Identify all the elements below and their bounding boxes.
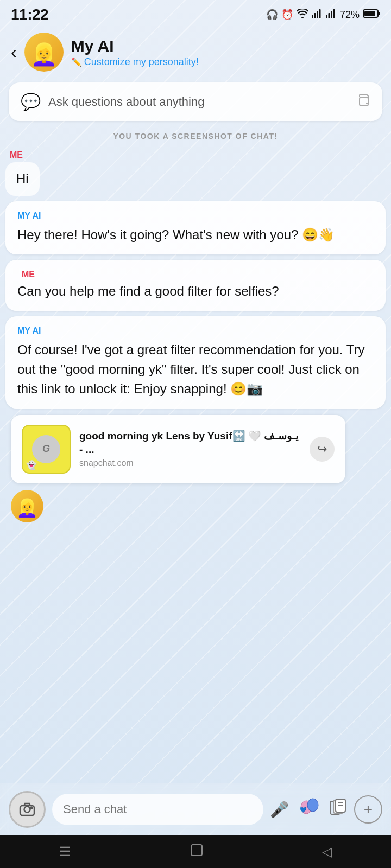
svg-rect-4 (326, 15, 327, 18)
svg-rect-6 (331, 11, 332, 18)
signal1-icon (312, 9, 323, 21)
message-ai-2: MY AI Of course! I've got a great filter… (5, 316, 386, 409)
svg-point-16 (307, 799, 318, 812)
status-time: 11:22 (11, 6, 48, 23)
svg-rect-7 (333, 9, 335, 18)
me-label-1: ME (10, 150, 23, 160)
nav-back-button[interactable]: ◁ (322, 844, 332, 859)
copy-icon[interactable] (355, 93, 370, 111)
bottom-bar: 🎤 💙 + (0, 783, 391, 835)
suggestion-card[interactable]: 💬 Ask questions about anything (9, 82, 382, 121)
link-domain: snapchat.com (79, 458, 301, 468)
link-card[interactable]: G 👻 good morning yk Lens by Yusif🔛 🤍 یـو… (11, 415, 345, 483)
ai-mini-avatar: 👱‍♀️ (11, 490, 43, 522)
chat-input[interactable] (52, 794, 263, 825)
sticker-button[interactable]: 💙 (295, 794, 321, 825)
ai-name: My AI (71, 37, 380, 55)
header: ‹ 👱‍♀️ My AI ✏️ Customize my personality… (0, 27, 391, 79)
snapchat-ghost-icon: 👻 (26, 460, 37, 470)
status-bar: 11:22 🎧 ⏰ (0, 0, 391, 27)
avatar-emoji: 👱‍♀️ (30, 42, 58, 67)
svg-text:💙: 💙 (300, 806, 307, 813)
svg-rect-10 (364, 11, 375, 16)
me-text-2: Can you help me find a good filter for s… (17, 282, 374, 301)
svg-rect-23 (191, 845, 202, 856)
svg-rect-11 (360, 97, 368, 106)
header-info: My AI ✏️ Customize my personality! (71, 37, 380, 68)
svg-rect-0 (312, 15, 313, 18)
nav-menu-button[interactable]: ☰ (59, 844, 71, 859)
link-info: good morning yk Lens by Yusif🔛 🤍 یـوسـف … (79, 430, 301, 468)
back-button[interactable]: ‹ (11, 42, 17, 62)
battery-percent: 72% (340, 9, 360, 21)
chat-area: ME Hi MY AI Hey there! How's it going? W… (0, 148, 391, 593)
share-button[interactable]: ↪ (310, 437, 335, 462)
plus-icon: + (364, 801, 373, 818)
customize-label: Customize my personality! (84, 56, 199, 68)
battery-icon (363, 9, 380, 21)
card-button[interactable] (328, 798, 348, 821)
ai-avatar-bottom: 👱‍♀️ (5, 488, 386, 525)
lens-letter: G (32, 435, 60, 463)
lens-thumbnail: G 👻 (22, 425, 71, 474)
svg-rect-5 (328, 13, 330, 18)
ai-mini-avatar-emoji: 👱‍♀️ (16, 497, 38, 518)
ai-text-2: Of course! I've got a great filter recom… (17, 340, 374, 399)
svg-rect-3 (319, 9, 320, 18)
me-label-2: ME (22, 270, 374, 279)
suggestion-left: 💬 Ask questions about anything (21, 92, 204, 111)
svg-rect-9 (378, 12, 380, 15)
add-button[interactable]: + (354, 795, 382, 824)
status-icons: 🎧 ⏰ (266, 9, 380, 21)
camera-button[interactable] (9, 791, 46, 828)
avatar: 👱‍♀️ (24, 33, 64, 72)
chat-bubble-icon: 💬 (21, 92, 41, 111)
customize-subtitle[interactable]: ✏️ Customize my personality! (71, 56, 380, 68)
nav-bar: ☰ ◁ (0, 835, 391, 868)
message-me-hi: ME Hi (5, 150, 386, 196)
message-ai-1: MY AI Hey there! How's it going? What's … (5, 201, 386, 254)
link-title: good morning yk Lens by Yusif🔛 🤍 یـوسـف … (79, 430, 301, 456)
ai-label-2: MY AI (17, 326, 374, 336)
screenshot-notice: YOU TOOK A SCREENSHOT OF CHAT! (0, 124, 391, 148)
svg-rect-2 (317, 11, 318, 18)
signal2-icon (326, 9, 337, 21)
svg-point-12 (24, 807, 30, 813)
mic-button[interactable]: 🎤 (270, 801, 289, 819)
pencil-icon: ✏️ (71, 57, 82, 67)
message-me-2: ME Can you help me find a good filter fo… (5, 260, 386, 311)
ai-label-1: MY AI (17, 211, 374, 221)
wifi-icon (297, 9, 308, 21)
me-bubble-1: Hi (5, 162, 40, 196)
headphone-icon: 🎧 (266, 9, 278, 21)
nav-home-button[interactable] (189, 843, 204, 861)
svg-rect-1 (314, 13, 316, 18)
suggestion-text: Ask questions about anything (48, 95, 204, 109)
ai-text-1: Hey there! How's it going? What's new wi… (17, 225, 374, 245)
svg-point-14 (31, 807, 33, 809)
alarm-icon: ⏰ (281, 9, 293, 21)
